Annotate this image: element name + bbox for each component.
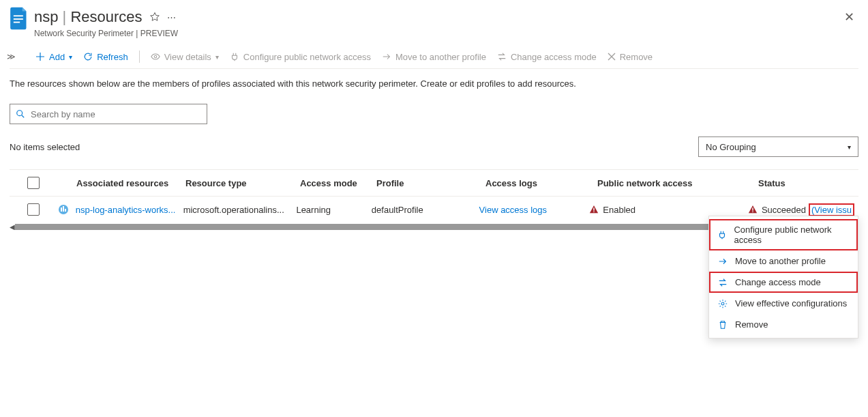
warning-icon bbox=[748, 205, 758, 214]
chevron-down-icon: ▾ bbox=[69, 53, 72, 61]
add-button[interactable]: Add ▾ bbox=[35, 52, 72, 62]
chevron-down-icon: ▾ bbox=[848, 143, 851, 151]
expand-nav-icon[interactable]: ≫ bbox=[7, 52, 16, 61]
favorite-star-icon[interactable] bbox=[149, 12, 160, 23]
profile-cell: defaultProfile bbox=[372, 205, 479, 215]
selection-summary: No items selected bbox=[10, 142, 80, 152]
change-mode-button[interactable]: Change access mode bbox=[497, 52, 597, 62]
col-resource-type[interactable]: Resource type bbox=[185, 178, 300, 188]
svg-rect-2 bbox=[14, 22, 20, 23]
refresh-icon bbox=[83, 52, 93, 61]
swap-icon bbox=[497, 52, 507, 61]
grouping-dropdown[interactable]: No Grouping ▾ bbox=[698, 136, 858, 157]
close-icon[interactable]: ✕ bbox=[840, 7, 858, 27]
col-status[interactable]: Status bbox=[758, 178, 853, 188]
command-bar: Add ▾ Refresh View details ▾ Configure p… bbox=[10, 46, 858, 69]
eye-icon bbox=[151, 52, 160, 61]
col-access-mode[interactable]: Access mode bbox=[300, 178, 376, 188]
document-icon bbox=[10, 7, 29, 30]
access-mode-cell: Learning bbox=[296, 205, 371, 215]
row-checkbox[interactable] bbox=[27, 203, 40, 216]
status-cell: Succeeded bbox=[762, 205, 806, 215]
search-icon bbox=[16, 109, 25, 119]
search-input-wrapper[interactable] bbox=[10, 104, 207, 124]
resource-name: nsp bbox=[34, 8, 58, 25]
refresh-button[interactable]: Refresh bbox=[83, 52, 128, 62]
svg-point-3 bbox=[154, 55, 157, 58]
pna-cell: Enabled bbox=[603, 205, 635, 215]
configure-pna-button[interactable]: Configure public network access bbox=[230, 52, 371, 62]
move-profile-button[interactable]: Move to another profile bbox=[382, 52, 486, 62]
x-icon bbox=[608, 53, 616, 61]
svg-rect-11 bbox=[752, 207, 753, 210]
resource-type-cell: microsoft.operationalins... bbox=[183, 205, 297, 215]
svg-rect-1 bbox=[14, 18, 23, 20]
svg-rect-6 bbox=[61, 207, 62, 212]
resource-name-link[interactable]: nsp-log-analytics-works... bbox=[76, 205, 183, 215]
svg-rect-12 bbox=[752, 212, 753, 212]
page-title: Resources bbox=[70, 8, 142, 25]
search-input[interactable] bbox=[29, 109, 201, 120]
view-issues-link[interactable]: (View issu bbox=[810, 205, 853, 215]
svg-rect-10 bbox=[594, 212, 595, 212]
warning-icon bbox=[589, 205, 599, 214]
arrow-right-icon bbox=[382, 52, 391, 61]
svg-rect-0 bbox=[14, 15, 23, 16]
svg-point-4 bbox=[17, 111, 23, 116]
col-access-logs[interactable]: Access logs bbox=[485, 178, 597, 188]
svg-rect-7 bbox=[63, 206, 64, 212]
svg-rect-8 bbox=[65, 209, 66, 212]
title-separator: | bbox=[63, 8, 71, 25]
svg-rect-9 bbox=[594, 207, 595, 210]
row-context-menu: Configure public network access Move to … bbox=[708, 216, 858, 230]
chevron-down-icon: ▾ bbox=[215, 53, 219, 61]
toolbar-divider bbox=[139, 51, 140, 63]
log-analytics-icon bbox=[57, 203, 70, 216]
scroll-left-arrow-icon[interactable]: ◀ bbox=[10, 223, 15, 230]
col-profile[interactable]: Profile bbox=[376, 178, 485, 188]
more-dots-icon[interactable]: ⋯ bbox=[167, 12, 176, 23]
description-text: The resources shown below are the member… bbox=[10, 78, 858, 89]
plug-icon bbox=[230, 52, 239, 61]
view-details-button[interactable]: View details ▾ bbox=[151, 52, 219, 62]
table-header-row: Associated resources Resource type Acces… bbox=[10, 169, 858, 197]
access-logs-link[interactable]: View access logs bbox=[479, 205, 590, 215]
col-associated-resources[interactable]: Associated resources bbox=[76, 178, 185, 188]
remove-button[interactable]: Remove bbox=[608, 52, 653, 62]
menu-configure-pna[interactable]: Configure public network access bbox=[709, 219, 858, 230]
select-all-checkbox[interactable] bbox=[27, 177, 40, 189]
col-public-network-access[interactable]: Public network access bbox=[597, 178, 758, 188]
plus-icon bbox=[35, 52, 45, 61]
breadcrumb-subtitle: Network Security Perimeter | PREVIEW bbox=[34, 29, 858, 38]
